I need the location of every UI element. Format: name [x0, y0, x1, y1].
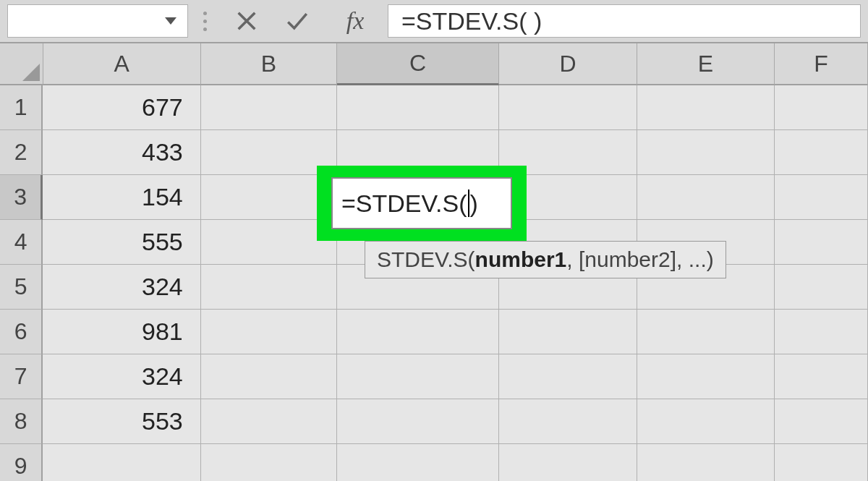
cell-b8[interactable] [201, 399, 337, 444]
tooltip-func: STDEV.S( [377, 247, 475, 271]
cell-a2[interactable]: 433 [43, 130, 200, 175]
cell-e2[interactable] [637, 130, 775, 175]
cell-editor-after-cursor: ) [470, 190, 478, 218]
cell-a4[interactable]: 555 [43, 220, 200, 265]
row-header-8[interactable]: 8 [0, 399, 43, 444]
chevron-down-icon [165, 17, 176, 25]
formula-bar: fx =STDEV.S( ) [0, 0, 868, 43]
cell-d8[interactable] [499, 399, 637, 444]
table-row: 1 677 [0, 85, 868, 130]
table-row: 9 [0, 444, 868, 481]
row-header-9[interactable]: 9 [0, 444, 43, 481]
formula-text: =STDEV.S( ) [401, 7, 542, 35]
row-header-3[interactable]: 3 [0, 175, 43, 220]
text-cursor-icon [468, 190, 469, 217]
row-header-7[interactable]: 7 [0, 354, 43, 399]
formula-input[interactable]: =STDEV.S( ) [388, 4, 861, 38]
editing-cell-highlight: =STDEV.S() [317, 166, 527, 241]
tooltip-rest: , [number2], ...) [566, 247, 713, 271]
function-tooltip[interactable]: STDEV.S(number1, [number2], ...) [365, 241, 726, 278]
insert-function-button[interactable]: fx [323, 7, 388, 35]
cell-b9[interactable] [201, 444, 337, 481]
cell-b7[interactable] [201, 354, 337, 399]
cell-f9[interactable] [775, 444, 868, 481]
row-header-6[interactable]: 6 [0, 310, 43, 354]
cell-e6[interactable] [637, 310, 775, 354]
row-header-1[interactable]: 1 [0, 85, 43, 130]
cell-c7[interactable] [337, 354, 499, 399]
cell-a6[interactable]: 981 [43, 310, 200, 354]
column-header-f[interactable]: F [775, 43, 868, 85]
cell-f6[interactable] [775, 310, 868, 354]
enter-formula-button[interactable] [272, 4, 323, 38]
fx-icon: fx [346, 7, 365, 34]
name-box-dropdown[interactable] [160, 7, 182, 35]
column-header-e[interactable]: E [637, 43, 775, 85]
cell-editor[interactable]: =STDEV.S() [331, 177, 512, 229]
cell-a9[interactable] [43, 444, 200, 481]
cell-c8[interactable] [337, 399, 499, 444]
cell-a7[interactable]: 324 [43, 354, 200, 399]
cell-f4[interactable] [775, 220, 868, 265]
column-header-a[interactable]: A [43, 43, 201, 85]
table-row: 6 981 [0, 310, 868, 354]
cell-e1[interactable] [637, 85, 775, 130]
cell-d7[interactable] [499, 354, 637, 399]
cell-e7[interactable] [637, 354, 775, 399]
cell-editor-before-cursor: =STDEV.S( [341, 190, 467, 218]
cell-b1[interactable] [201, 85, 337, 130]
cell-e9[interactable] [637, 444, 775, 481]
select-all-triangle-icon [22, 64, 40, 81]
cell-a1[interactable]: 677 [43, 85, 200, 130]
cell-a3[interactable]: 154 [43, 175, 200, 220]
column-header-c[interactable]: C [337, 43, 499, 85]
row-header-4[interactable]: 4 [0, 220, 43, 265]
cell-d9[interactable] [499, 444, 637, 481]
cell-c9[interactable] [337, 444, 499, 481]
expand-handle-icon[interactable] [192, 12, 217, 31]
cell-b5[interactable] [201, 265, 337, 310]
cell-f3[interactable] [775, 175, 868, 220]
tooltip-current-arg: number1 [475, 247, 567, 271]
cell-b6[interactable] [201, 310, 337, 354]
cell-f7[interactable] [775, 354, 868, 399]
cell-a8[interactable]: 553 [43, 399, 200, 444]
cell-a5[interactable]: 324 [43, 265, 200, 310]
row-header-5[interactable]: 5 [0, 265, 43, 310]
column-header-d[interactable]: D [499, 43, 637, 85]
column-headers-row: A B C D E F [0, 43, 868, 85]
cell-f1[interactable] [775, 85, 868, 130]
cancel-formula-button[interactable] [221, 4, 272, 38]
cell-d6[interactable] [499, 310, 637, 354]
cell-c1[interactable] [337, 85, 499, 130]
column-header-b[interactable]: B [201, 43, 337, 85]
x-icon [234, 9, 259, 33]
name-box[interactable] [7, 4, 188, 38]
select-all-corner[interactable] [0, 43, 43, 85]
cell-c6[interactable] [337, 310, 499, 354]
check-icon [285, 9, 310, 33]
table-row: 7 324 [0, 354, 868, 399]
cell-e3[interactable] [637, 175, 775, 220]
cell-f5[interactable] [775, 265, 868, 310]
grid-rows: 1 677 2 433 3 154 4 555 [0, 85, 868, 481]
cell-f2[interactable] [775, 130, 868, 175]
cell-f8[interactable] [775, 399, 868, 444]
cell-d1[interactable] [499, 85, 637, 130]
cell-e8[interactable] [637, 399, 775, 444]
row-header-2[interactable]: 2 [0, 130, 43, 175]
table-row: 8 553 [0, 399, 868, 444]
